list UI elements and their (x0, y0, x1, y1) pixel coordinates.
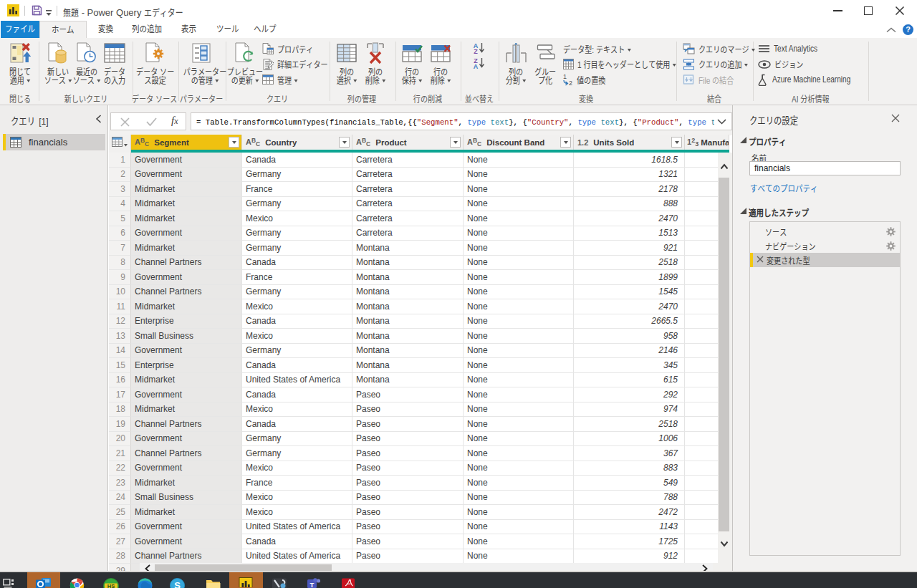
svg-text:Z: Z (474, 48, 478, 54)
svg-text:HS: HS (107, 583, 115, 588)
svg-text:T: T (310, 581, 315, 588)
svg-text:S: S (174, 580, 181, 588)
svg-text:A: A (474, 63, 479, 69)
svg-text:2: 2 (569, 79, 572, 86)
svg-text:1: 1 (563, 74, 567, 80)
